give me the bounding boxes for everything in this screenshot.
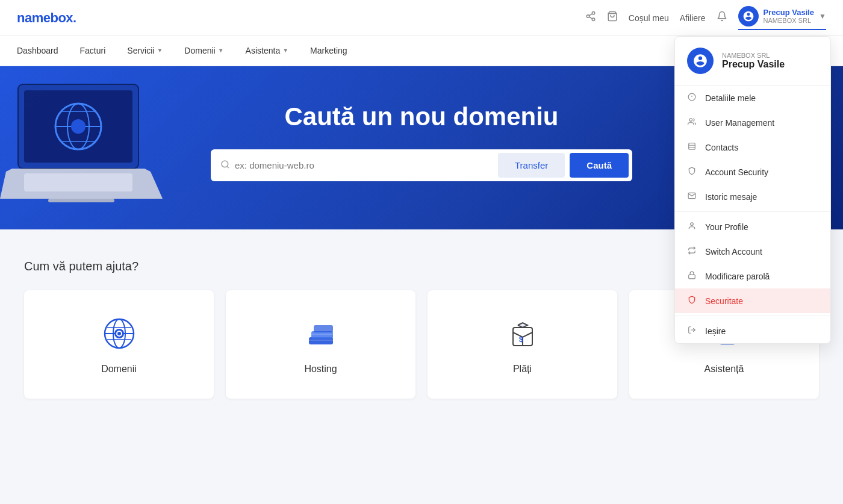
dropdown-item-account-security[interactable]: Account Security [675,160,830,184]
istoric-mesaje-label: Istoric mesaje [705,192,757,202]
dropdown-item-contacts[interactable]: Contacts [675,135,830,160]
dropdown-item-securitate[interactable]: Securitate [675,288,830,313]
svg-point-41 [689,119,692,122]
asistenta-card-label: Asistență [705,364,744,375]
hero-title: Caută un nou domeniu [211,102,632,131]
logo-text: namebox [17,10,73,25]
svg-line-4 [589,14,592,16]
nav-marketing[interactable]: Marketing [310,36,347,66]
asistenta-chevron-icon: ▼ [282,47,288,54]
servicii-chevron-icon: ▼ [157,47,163,54]
hosting-icon [302,314,340,353]
plati-icon: $ [503,314,542,353]
dropdown-item-modificare-parola[interactable]: Modificare parolă [675,264,830,288]
plati-card-label: Plăți [513,364,532,375]
help-card-plati[interactable]: $ Plăți [428,290,617,399]
shield-icon [687,167,697,177]
svg-line-3 [589,17,592,19]
lock-icon [687,271,697,281]
svg-point-45 [691,223,694,226]
notification-bell-icon[interactable] [717,11,727,25]
cart-label[interactable]: Coșul meu [629,13,669,23]
svg-rect-42 [689,143,695,150]
svg-point-25 [117,332,121,335]
transfer-button[interactable]: Transfer [498,153,565,178]
detaliile-mele-label: Detaliile mele [705,93,756,103]
svg-rect-28 [314,325,333,332]
user-company: NAMEBOX SRL [764,17,815,24]
user-menu-button[interactable]: Precup Vasile NAMEBOX SRL ▼ [738,6,826,30]
svg-text:$: $ [519,335,523,344]
switch-account-label: Switch Account [705,247,762,257]
contacts-label: Contacts [705,143,738,152]
dropdown-item-iesire[interactable]: Ieșire [675,319,830,343]
dropdown-header: NAMEBOX SRL Precup Vasile [675,37,830,86]
person-icon [687,222,697,232]
dropdown-item-user-management[interactable]: User Management [675,110,830,135]
search-icon [220,160,230,172]
nav-facturi[interactable]: Facturi [80,36,106,66]
users-icon [687,117,697,128]
securitate-label: Securitate [705,296,743,306]
help-card-domenii[interactable]: Domenii [24,290,214,399]
dropdown-company: NAMEBOX SRL [722,52,785,59]
topbar-right: Coșul meu Afiliere Precup Vasile NAMEBOX… [585,6,826,30]
topbar: namebox. Coșul meu Afiliere Precup Vasil… [0,0,843,36]
help-card-hosting[interactable]: Hosting [226,290,415,399]
dropdown-avatar [687,48,714,74]
domenii-icon [100,314,138,353]
hero-content: Caută un nou domeniu Transfer Caută [211,102,632,181]
dropdown-divider-1 [675,211,830,212]
account-security-label: Account Security [705,167,768,177]
hosting-card-label: Hosting [304,364,337,375]
dropdown-item-switch-account[interactable]: Switch Account [675,239,830,264]
iesire-label: Ieșire [705,326,726,336]
switch-icon [687,246,697,257]
shield2-icon [687,296,697,306]
svg-line-17 [227,166,229,168]
chevron-down-icon: ▼ [819,12,826,20]
logout-icon [687,326,697,336]
nav-domenii[interactable]: Domenii ▼ [184,36,223,66]
contacts-icon [687,142,697,152]
user-management-label: User Management [705,118,774,128]
nav-servicii[interactable]: Servicii ▼ [127,36,163,66]
svg-rect-14 [48,199,114,202]
svg-rect-15 [24,173,132,191]
affiliate-link[interactable]: Afiliere [680,13,706,23]
share-icon[interactable] [585,11,596,25]
user-avatar [738,6,759,26]
your-profile-label: Your Profile [705,222,748,232]
domenii-card-label: Domenii [101,364,137,375]
dropdown-username: Precup Vasile [722,59,785,70]
svg-point-16 [222,161,228,167]
modificare-parola-label: Modificare parolă [705,272,770,281]
search-bar: Transfer Caută [211,149,632,181]
user-info: Precup Vasile NAMEBOX SRL [764,8,815,24]
dropdown-divider-2 [675,316,830,316]
domain-search-input[interactable] [235,160,493,170]
nav-dashboard[interactable]: Dashboard [17,36,58,66]
svg-rect-46 [689,275,695,278]
search-button[interactable]: Caută [570,153,629,178]
logo[interactable]: namebox. [17,10,76,26]
laptop-illustration [0,66,169,229]
dropdown-item-istoric-mesaje[interactable]: Istoric mesaje [675,184,830,209]
dropdown-item-your-profile[interactable]: Your Profile [675,214,830,239]
svg-point-13 [71,119,86,134]
dropdown-item-detaliile-mele[interactable]: Detaliile mele [675,86,830,110]
cart-icon[interactable] [607,11,618,25]
message-icon [687,191,697,202]
user-dropdown-menu: NAMEBOX SRL Precup Vasile Detaliile mele… [674,36,831,344]
info-circle-icon [687,93,697,103]
nav-asistenta[interactable]: Asistenta ▼ [246,36,289,66]
dropdown-user-info: NAMEBOX SRL Precup Vasile [722,52,785,70]
domenii-chevron-icon: ▼ [218,47,224,54]
user-display-name: Precup Vasile [764,8,815,17]
